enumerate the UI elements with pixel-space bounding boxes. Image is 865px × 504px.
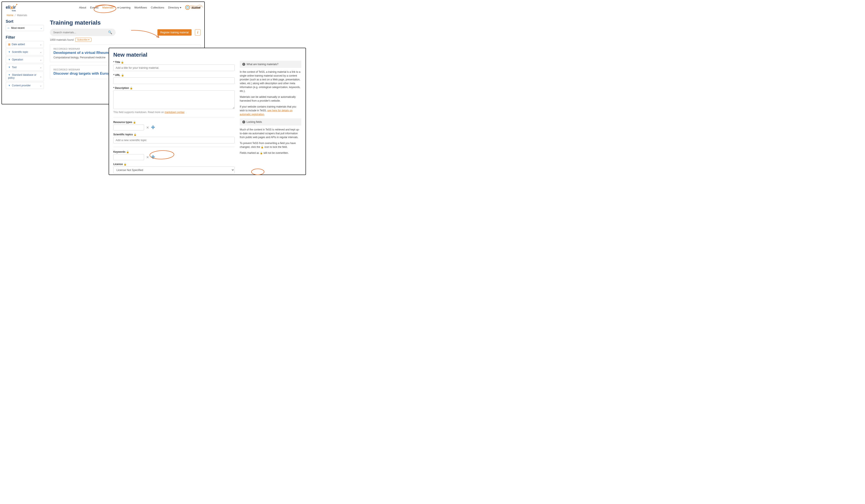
- url-label: * URL 🔓: [113, 74, 235, 77]
- chevron-down-icon: ⌄: [40, 27, 42, 29]
- info-text: Materials can be added manually or autom…: [240, 95, 301, 103]
- subscribe-button[interactable]: Subscribe ▾: [75, 38, 91, 42]
- breadcrumb-home[interactable]: Home: [7, 14, 13, 17]
- lock-open-icon[interactable]: 🔓: [130, 87, 133, 90]
- nav-directory[interactable]: Directory ▾: [168, 6, 181, 9]
- filter-scientific-topic[interactable]: ▼Scientific topic ⌄: [6, 49, 44, 55]
- nav-workflows[interactable]: Workflows: [134, 6, 147, 9]
- funnel-icon: ▼: [8, 66, 11, 69]
- info-panel-locking: i Locking fields: [240, 118, 301, 126]
- svg-point-5: [15, 7, 15, 7]
- lock-open-icon[interactable]: 🔓: [126, 151, 129, 153]
- funnel-icon: ▼: [8, 50, 11, 54]
- breadcrumb: Home / Materials: [2, 13, 204, 17]
- keywords-label: Keywords 🔓: [113, 150, 235, 153]
- user-name[interactable]: name: [192, 5, 200, 10]
- main-nav: About Events Materials e-Learning Workfl…: [79, 5, 200, 10]
- form-heading: New material: [113, 51, 301, 58]
- info-text: To prevent TeSS from overwriting a field…: [240, 141, 301, 149]
- filter-standard[interactable]: ▼Standard database or policy ⌄: [6, 71, 44, 81]
- keywords-input[interactable]: [113, 154, 144, 160]
- description-help: This field supports markdown. Read more …: [113, 111, 235, 114]
- search-icon[interactable]: 🔍: [108, 30, 112, 34]
- licence-select[interactable]: License Not Specified: [113, 166, 235, 174]
- sort-dropdown[interactable]: ≡↓Most recent ⌄: [6, 25, 44, 31]
- filter-date-added[interactable]: ▦Date added ⌄: [6, 41, 44, 48]
- chevron-down-icon: ⌄: [40, 51, 42, 53]
- chevron-down-icon: ⌄: [40, 43, 42, 46]
- funnel-icon: ▼: [8, 84, 11, 87]
- lock-open-icon[interactable]: 🔓: [133, 121, 136, 124]
- clear-icon[interactable]: ✕: [146, 126, 149, 130]
- add-icon[interactable]: ✚: [151, 125, 155, 130]
- nav-about[interactable]: About: [79, 6, 86, 9]
- page-title: Training materials: [50, 19, 200, 26]
- svg-point-3: [16, 4, 18, 5]
- chevron-down-icon: ⌄: [40, 84, 42, 87]
- nav-elearning[interactable]: e-Learning: [117, 6, 130, 9]
- scientific-topics-label: Scientific topics 🔓: [113, 133, 235, 136]
- svg-text:eli: eli: [6, 5, 10, 10]
- info-text: Fields marked as 🔒 will not be overwritt…: [240, 151, 301, 155]
- filter-content-provider[interactable]: ▼Content provider ⌄: [6, 82, 44, 89]
- chevron-down-icon: ▾: [180, 6, 181, 9]
- breadcrumb-current: Materials: [17, 14, 27, 17]
- search-box: 🔍: [50, 28, 116, 36]
- chevron-down-icon: ⌄: [40, 66, 42, 69]
- title-label: * Title 🔓: [113, 61, 235, 63]
- search-input[interactable]: [53, 31, 108, 34]
- nav-events[interactable]: Events: [90, 6, 99, 9]
- lock-open-icon: 🔓: [261, 146, 264, 148]
- svg-text:ir: ir: [13, 5, 16, 10]
- info-icon: i: [242, 63, 245, 66]
- lock-open-icon[interactable]: 🔓: [121, 61, 124, 63]
- lock-closed-icon: 🔒: [260, 152, 263, 154]
- filter-tool[interactable]: ▼Tool ⌄: [6, 64, 44, 71]
- funnel-icon: ▼: [8, 73, 11, 77]
- description-label: * Description 🔓: [113, 86, 235, 90]
- sort-icon: ≡↓: [8, 27, 10, 29]
- filter-operation[interactable]: ▼Operation ⌄: [6, 56, 44, 63]
- calendar-icon: ▦: [8, 43, 10, 46]
- svg-text:TeSS: TeSS: [12, 10, 16, 12]
- resource-types-input[interactable]: [113, 125, 144, 130]
- info-text: In the context of TeSS, a training mater…: [240, 70, 301, 93]
- url-input[interactable]: [113, 78, 235, 84]
- licence-label: Licence 🔓: [113, 163, 235, 166]
- info-icon: i: [242, 120, 245, 124]
- avatar-icon[interactable]: [185, 5, 190, 10]
- resource-types-label: Resource types 🔓: [113, 121, 235, 124]
- info-text: If your website contains training materi…: [240, 105, 301, 116]
- lock-open-icon[interactable]: 🔓: [121, 74, 124, 77]
- result-count: 1859 materials found: [50, 38, 73, 42]
- clear-icon[interactable]: ✕: [146, 155, 149, 159]
- register-button[interactable]: Register training material: [158, 29, 192, 36]
- filter-heading: Filter: [6, 35, 44, 40]
- markdown-syntax-link[interactable]: markdown syntax: [165, 111, 184, 114]
- info-panel-what: i What are training materials?: [240, 61, 301, 68]
- info-button[interactable]: i: [195, 29, 200, 36]
- info-text: Much of the content in TeSS is retrieved…: [240, 128, 301, 139]
- logo[interactable]: eli x ir TeSS: [6, 3, 19, 12]
- chevron-down-icon: ⌄: [40, 75, 42, 78]
- scientific-topics-input[interactable]: [113, 137, 235, 143]
- nav-materials[interactable]: Materials: [102, 6, 114, 9]
- description-input[interactable]: [113, 90, 235, 109]
- add-icon[interactable]: ✚: [151, 154, 155, 160]
- lock-open-icon[interactable]: 🔓: [124, 163, 127, 166]
- lock-open-icon[interactable]: 🔓: [134, 133, 137, 136]
- nav-collections[interactable]: Collections: [151, 6, 164, 9]
- sort-heading: Sort: [6, 19, 44, 24]
- funnel-icon: ▼: [8, 58, 11, 61]
- title-input[interactable]: [113, 65, 235, 71]
- chevron-down-icon: ⌄: [40, 59, 42, 61]
- svg-point-4: [16, 5, 16, 6]
